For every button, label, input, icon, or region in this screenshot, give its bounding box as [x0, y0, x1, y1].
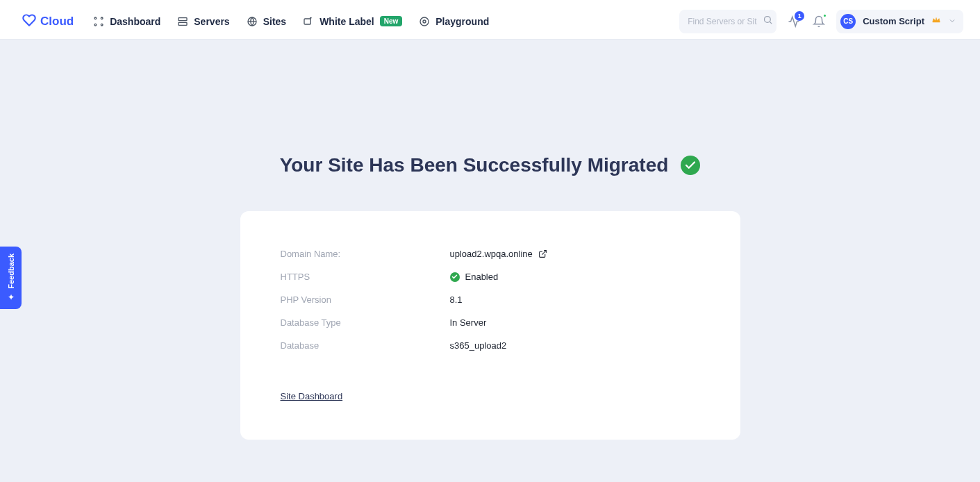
open-domain-link[interactable]	[538, 249, 547, 258]
nav-whitelabel[interactable]: White Label New	[303, 16, 402, 27]
user-menu[interactable]: CS Custom Script	[836, 10, 963, 33]
row-dbtype: Database Type In Server	[281, 317, 700, 328]
servers-icon	[177, 16, 188, 27]
domain-value: upload2.wpqa.online	[450, 249, 547, 259]
row-php: PHP Version 8.1	[281, 294, 700, 305]
svg-point-8	[423, 20, 426, 23]
svg-point-3	[101, 24, 103, 26]
whitelabel-icon	[303, 16, 314, 27]
search-box[interactable]	[679, 10, 776, 33]
domain-label: Domain Name:	[281, 249, 450, 259]
nav-dashboard-label: Dashboard	[110, 16, 160, 27]
https-text: Enabled	[465, 272, 499, 282]
nav-servers-label: Servers	[194, 16, 229, 27]
row-https: HTTPS Enabled	[281, 272, 700, 282]
https-value: Enabled	[450, 272, 499, 282]
title-row: Your Site Has Been Successfully Migrated	[0, 154, 980, 176]
activity-button[interactable]: 1	[786, 14, 802, 29]
avatar: CS	[840, 14, 856, 29]
search-input[interactable]	[688, 17, 757, 26]
nav-sites[interactable]: Sites	[247, 16, 286, 27]
activity-badge: 1	[795, 11, 804, 21]
details-card: Domain Name: upload2.wpqa.online HTTPS E…	[240, 211, 740, 440]
new-badge: New	[380, 16, 403, 26]
feedback-tab[interactable]: Feedback ✦	[0, 247, 22, 309]
nav-whitelabel-label: White Label	[319, 16, 374, 27]
nav-dashboard[interactable]: Dashboard	[93, 16, 160, 27]
logo-icon	[22, 13, 36, 30]
row-domain: Domain Name: upload2.wpqa.online	[281, 249, 700, 259]
success-check-icon	[681, 156, 700, 175]
nav-servers[interactable]: Servers	[177, 16, 229, 27]
feedback-label: Feedback	[7, 254, 15, 289]
site-dashboard-link[interactable]: Site Dashboard	[281, 391, 343, 401]
svg-rect-5	[178, 22, 187, 25]
main-content: Your Site Has Been Successfully Migrated…	[0, 40, 980, 440]
search-icon	[763, 15, 773, 28]
nav-sites-label: Sites	[263, 16, 286, 27]
svg-rect-4	[178, 17, 187, 20]
dashboard-icon	[93, 16, 104, 27]
header-right: 1 CS Custom Script	[679, 10, 963, 33]
notifications-button[interactable]	[811, 14, 827, 29]
sparkle-icon: ✦	[8, 292, 15, 302]
nav-playground-label: Playground	[435, 16, 489, 27]
svg-point-2	[94, 24, 97, 26]
header: Cloud Dashboard Servers Sites	[0, 3, 980, 40]
svg-point-1	[101, 17, 103, 19]
db-label: Database	[281, 340, 450, 351]
https-check-icon	[450, 272, 460, 282]
crown-icon	[931, 15, 941, 28]
page-title: Your Site Has Been Successfully Migrated	[280, 154, 669, 176]
row-db: Database s365_upload2	[281, 340, 700, 351]
svg-point-0	[94, 17, 97, 19]
dbtype-label: Database Type	[281, 317, 450, 328]
svg-point-9	[420, 17, 429, 26]
dbtype-value: In Server	[450, 317, 487, 328]
https-label: HTTPS	[281, 272, 450, 282]
svg-rect-7	[304, 19, 310, 24]
logo[interactable]: Cloud	[22, 13, 74, 30]
notification-dot	[822, 13, 827, 18]
nav-playground[interactable]: Playground	[419, 16, 489, 27]
playground-icon	[419, 16, 430, 27]
php-label: PHP Version	[281, 294, 450, 305]
user-name: Custom Script	[863, 16, 924, 26]
logo-text: Cloud	[40, 15, 74, 28]
php-value: 8.1	[450, 294, 463, 305]
main-nav: Dashboard Servers Sites White Label New	[93, 16, 489, 27]
svg-point-10	[765, 17, 771, 23]
header-left: Cloud Dashboard Servers Sites	[22, 13, 489, 30]
sites-icon	[247, 16, 258, 27]
domain-text: upload2.wpqa.online	[450, 249, 533, 259]
chevron-down-icon	[948, 15, 956, 28]
db-value: s365_upload2	[450, 340, 507, 351]
